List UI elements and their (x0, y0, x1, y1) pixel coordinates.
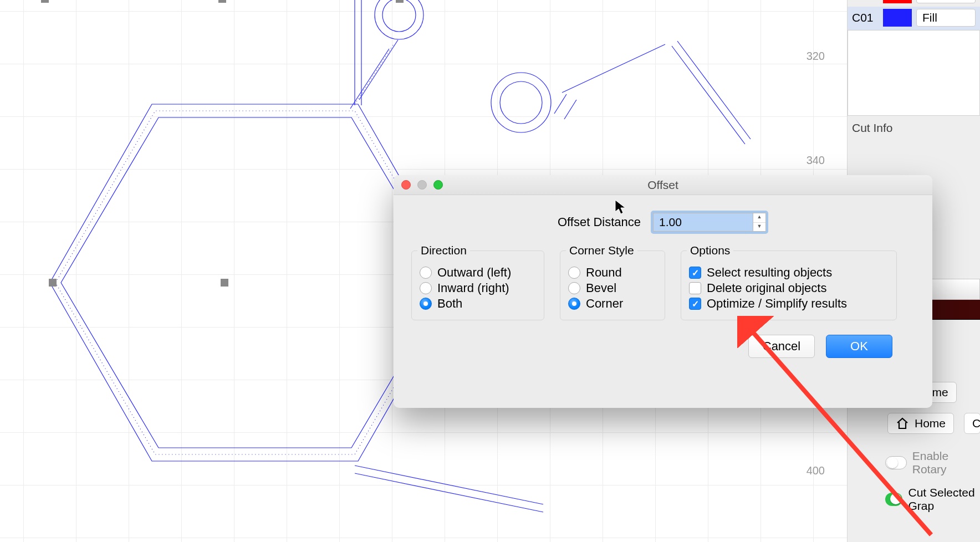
corner-style-group: Corner Style RoundBevelCorner (560, 250, 665, 320)
cut-info-heading: Cut Info (848, 116, 980, 140)
layer-code: C02 (852, 0, 879, 1)
svg-point-6 (382, 0, 416, 32)
checkbox-icon (689, 282, 701, 294)
checkbox-label: Delete original objects (707, 281, 826, 295)
svg-point-4 (500, 81, 542, 124)
stepper-buttons[interactable]: ▲ ▼ (753, 213, 766, 232)
layer-row[interactable]: C02Fill (848, 0, 980, 7)
direction-group-title: Direction (417, 244, 470, 257)
ok-button[interactable]: OK (826, 335, 892, 358)
selection-handle[interactable] (218, 0, 226, 3)
minimize-icon[interactable] (417, 180, 427, 190)
layer-code: C01 (852, 11, 879, 24)
chevron-down-icon[interactable]: ▼ (753, 223, 765, 232)
direction-radio[interactable]: Inward (right) (420, 281, 536, 295)
checkbox-label: Optimize / Simplify results (707, 296, 847, 311)
dialog-title: Offset (394, 175, 932, 195)
ruler-tick: 400 (807, 464, 825, 477)
radio-label: Bevel (586, 281, 616, 295)
options-group-title: Options (687, 244, 733, 257)
layer-swatch[interactable] (883, 0, 912, 3)
layer-list-empty-area[interactable] (848, 30, 980, 116)
home-icon (896, 417, 909, 430)
svg-marker-2 (61, 117, 449, 448)
selection-handle[interactable] (221, 279, 228, 287)
button-misc-2[interactable]: C (964, 413, 980, 434)
checkbox-icon: ✓ (689, 267, 701, 279)
option-checkbox[interactable]: Delete original objects (689, 281, 889, 295)
selection-handle[interactable] (49, 279, 57, 287)
enable-rotary-toggle[interactable] (885, 456, 907, 469)
radio-label: Outward (left) (437, 265, 511, 280)
corner-style-radio[interactable]: Round (568, 265, 657, 280)
radio-label: Corner (586, 296, 623, 311)
chevron-up-icon[interactable]: ▲ (753, 213, 765, 223)
options-group: Options ✓Select resulting objectsDelete … (681, 250, 897, 320)
corner-style-radio[interactable]: Bevel (568, 281, 657, 295)
selection-handle[interactable] (41, 0, 49, 3)
radio-label: Round (586, 265, 622, 280)
offset-dialog: Offset Offset Distance ▲ ▼ Direction Out… (394, 175, 932, 408)
radio-icon (568, 298, 580, 310)
ruler-tick: 340 (807, 154, 825, 167)
home-button[interactable]: Home (887, 413, 954, 434)
ruler-tick: 320 (807, 50, 825, 63)
maximize-icon[interactable] (433, 180, 443, 190)
layer-list: C02FillC01Fill (848, 0, 980, 30)
selection-handle[interactable] (396, 0, 404, 3)
dialog-titlebar[interactable]: Offset (394, 175, 932, 195)
direction-radio[interactable]: Both (420, 296, 536, 311)
layer-row[interactable]: C01Fill (848, 7, 980, 30)
layer-mode-dropdown[interactable]: Fill (916, 0, 976, 3)
corner-style-group-title: Corner Style (566, 244, 637, 257)
enable-rotary-label: Enable Rotary (912, 449, 980, 476)
checkbox-label: Select resulting objects (707, 265, 832, 280)
layer-swatch[interactable] (883, 9, 912, 27)
cut-selected-toggle[interactable] (885, 493, 902, 506)
radio-icon (568, 282, 580, 294)
cancel-button[interactable]: Cancel (748, 335, 815, 358)
close-icon[interactable] (401, 180, 411, 190)
offset-distance-input[interactable] (653, 213, 753, 232)
radio-label: Both (437, 296, 462, 311)
offset-distance-label: Offset Distance (558, 215, 641, 229)
option-checkbox[interactable]: ✓Select resulting objects (689, 265, 889, 280)
offset-distance-stepper[interactable]: ▲ ▼ (651, 211, 768, 234)
layer-mode-dropdown[interactable]: Fill (916, 9, 976, 27)
direction-radio[interactable]: Outward (left) (420, 265, 536, 280)
radio-icon (420, 298, 432, 310)
home-button-label: Home (915, 417, 946, 430)
radio-icon (420, 282, 432, 294)
radio-icon (420, 267, 432, 279)
cut-selected-label: Cut Selected Grap (908, 486, 980, 513)
svg-point-5 (375, 0, 423, 39)
radio-icon (568, 267, 580, 279)
radio-label: Inward (right) (437, 281, 509, 295)
checkbox-icon: ✓ (689, 298, 701, 310)
corner-style-radio[interactable]: Corner (568, 296, 657, 311)
option-checkbox[interactable]: ✓Optimize / Simplify results (689, 296, 889, 311)
direction-group: Direction Outward (left)Inward (right)Bo… (411, 250, 544, 320)
